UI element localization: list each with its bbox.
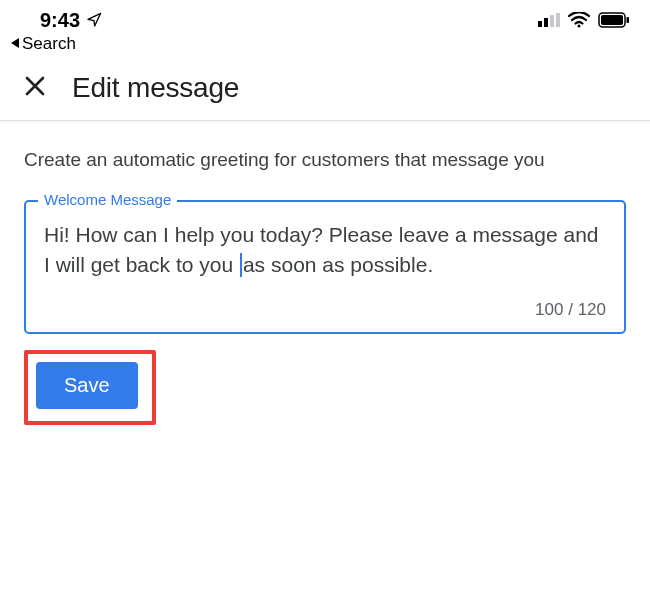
text-cursor	[240, 253, 242, 277]
content-area: Create an automatic greeting for custome…	[0, 121, 650, 445]
location-icon	[86, 12, 102, 28]
svg-rect-7	[627, 17, 630, 23]
status-bar: 9:43	[0, 0, 650, 34]
save-button[interactable]: Save	[36, 362, 138, 409]
svg-rect-6	[601, 15, 623, 25]
svg-rect-1	[544, 18, 548, 27]
subtitle-text: Create an automatic greeting for custome…	[24, 147, 626, 174]
back-triangle-icon	[10, 34, 20, 54]
welcome-message-field[interactable]: Welcome Message Hi! How can I help you t…	[24, 200, 626, 335]
page-title: Edit message	[72, 72, 239, 104]
status-right	[538, 12, 630, 28]
status-left: 9:43	[40, 9, 102, 32]
character-count: 100 / 120	[44, 300, 606, 320]
svg-point-4	[578, 25, 581, 28]
field-label: Welcome Message	[38, 191, 177, 208]
back-to-search[interactable]: Search	[0, 34, 650, 62]
message-textarea[interactable]: Hi! How can I help you today? Please lea…	[44, 220, 606, 281]
header-bar: Edit message	[0, 62, 650, 121]
battery-icon	[598, 12, 630, 28]
wifi-icon	[568, 12, 590, 28]
cellular-signal-icon	[538, 13, 560, 27]
svg-rect-2	[550, 15, 554, 27]
status-time: 9:43	[40, 9, 80, 32]
svg-rect-0	[538, 21, 542, 27]
close-icon[interactable]	[24, 75, 46, 101]
message-text-after: as soon as possible.	[243, 253, 433, 276]
back-label: Search	[22, 34, 76, 54]
save-highlight-box: Save	[24, 350, 156, 425]
svg-rect-3	[556, 13, 560, 27]
